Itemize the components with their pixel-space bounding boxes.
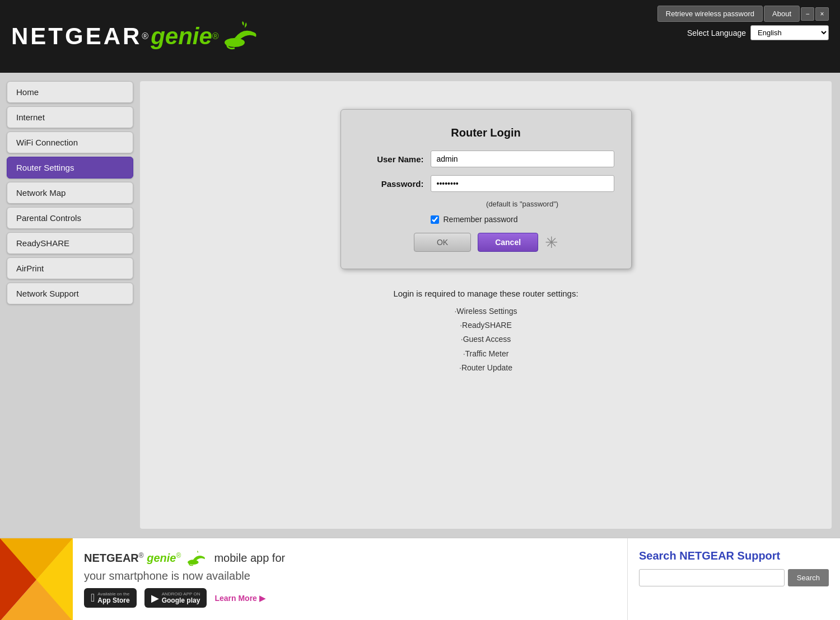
support-search-button[interactable]: Search <box>788 569 829 586</box>
info-title: Login is required to manage these router… <box>393 286 578 301</box>
sidebar-item-home[interactable]: Home <box>7 81 133 103</box>
sidebar-item-network-support[interactable]: Network Support <box>7 283 133 304</box>
login-title: Router Login <box>358 126 614 139</box>
button-row: OK Cancel ✳ <box>358 233 614 252</box>
logo-genie: genie <box>151 23 212 50</box>
info-section: Login is required to manage these router… <box>393 286 578 375</box>
search-row: Search <box>639 569 829 586</box>
apple-icon:  <box>91 591 95 604</box>
default-hint: (default is "password") <box>431 200 614 208</box>
username-label: User Name: <box>358 154 431 164</box>
close-button[interactable]: × <box>815 7 829 21</box>
spinner-icon: ✳ <box>545 233 558 252</box>
footer-left: NETGEAR® genie® mobile app for your smar… <box>0 538 627 620</box>
googleplay-top-text: ANDROID APP ON <box>162 591 200 596</box>
footer: NETGEAR® genie® mobile app for your smar… <box>0 537 840 620</box>
sidebar-item-network-map[interactable]: Network Map <box>7 182 133 204</box>
language-section: Select Language English <box>687 25 829 40</box>
remember-label: Remember password <box>444 215 518 224</box>
retrieve-password-button[interactable]: Retrieve wireless password <box>657 6 763 22</box>
footer-mobile-text: mobile app for <box>214 552 285 564</box>
footer-subtitle: your smartphone is now available <box>84 570 616 583</box>
sidebar-item-parental-controls[interactable]: Parental Controls <box>7 207 133 229</box>
footer-right: Search NETGEAR Support Search <box>627 538 840 620</box>
language-label: Select Language <box>687 29 746 37</box>
username-row: User Name: <box>358 151 614 167</box>
username-input[interactable] <box>431 151 614 167</box>
header-controls: Retrieve wireless password About − × Sel… <box>657 6 829 40</box>
info-item-update: Router Update <box>393 361 578 375</box>
content-area: Router Login User Name: Password: (defau… <box>140 81 832 529</box>
android-icon: ▶ <box>151 592 159 604</box>
genie-lamp-icon <box>223 21 263 52</box>
sidebar-item-router-settings[interactable]: Router Settings <box>7 157 133 179</box>
password-label: Password: <box>358 179 431 189</box>
remember-checkbox[interactable] <box>431 215 439 224</box>
appstore-button[interactable]:  Available on the App Store <box>84 588 137 608</box>
footer-genie-text: genie <box>147 552 176 564</box>
remember-row: Remember password <box>431 215 614 224</box>
password-input[interactable] <box>431 175 614 192</box>
footer-lamp-icon <box>186 551 209 567</box>
learn-more-link[interactable]: Learn More ▶ <box>214 594 265 603</box>
appstore-main-text: App Store <box>97 596 129 604</box>
logo-reg: ® <box>142 31 148 41</box>
sidebar-item-wifi[interactable]: WiFi Connection <box>7 131 133 153</box>
sidebar-item-airprint[interactable]: AirPrint <box>7 257 133 279</box>
footer-app-content: NETGEAR® genie® mobile app for your smar… <box>84 551 616 608</box>
about-button[interactable]: About <box>764 6 800 22</box>
footer-genie-reg: ® <box>176 552 181 560</box>
info-item-traffic: Traffic Meter <box>393 347 578 361</box>
footer-reg: ® <box>139 552 144 560</box>
header-buttons: Retrieve wireless password About − × <box>657 6 829 22</box>
footer-netgear-text: NETGEAR <box>84 552 139 564</box>
store-buttons:  Available on the App Store ▶ ANDROID A… <box>84 588 616 608</box>
sidebar-item-readyshare[interactable]: ReadySHARE <box>7 232 133 254</box>
minimize-button[interactable]: − <box>801 7 814 21</box>
appstore-top-text: Available on the <box>97 591 129 596</box>
logo-genie-reg: ® <box>212 31 219 41</box>
language-select[interactable]: English <box>750 25 829 40</box>
password-row: Password: <box>358 175 614 192</box>
info-item-wireless: Wireless Settings <box>393 304 578 318</box>
main-container: Home Internet WiFi Connection Router Set… <box>0 73 840 537</box>
support-search-input[interactable] <box>639 569 785 586</box>
app-header: NETGEAR® genie® Retrieve wireless passwo… <box>0 0 840 73</box>
googleplay-button[interactable]: ▶ ANDROID APP ON Google play <box>144 588 207 608</box>
login-dialog: Router Login User Name: Password: (defau… <box>340 109 632 269</box>
googleplay-main-text: Google play <box>162 596 200 604</box>
logo-netgear: NETGEAR <box>11 23 142 50</box>
footer-app-title: NETGEAR® genie® mobile app for <box>84 551 616 567</box>
footer-support-title: Search NETGEAR Support <box>639 549 829 562</box>
sidebar-item-internet[interactable]: Internet <box>7 106 133 128</box>
info-item-readyshare: ReadySHARE <box>393 318 578 332</box>
sidebar: Home Internet WiFi Connection Router Set… <box>0 73 140 537</box>
logo-area: NETGEAR® genie® <box>11 21 263 52</box>
info-item-guest: Guest Access <box>393 332 578 346</box>
cancel-button[interactable]: Cancel <box>478 233 538 252</box>
ok-button[interactable]: OK <box>414 233 471 252</box>
